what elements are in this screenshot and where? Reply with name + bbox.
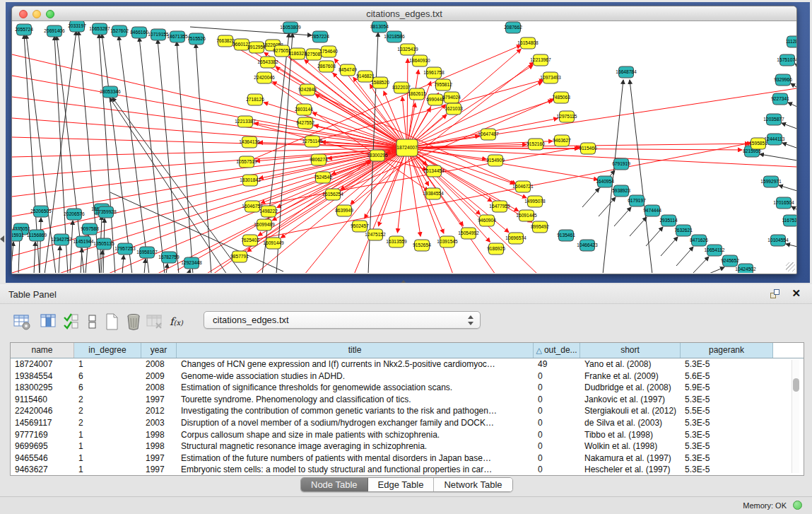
network-node[interactable]: 9806274: [310, 154, 328, 165]
table-cell[interactable]: 14569117: [11, 417, 74, 429]
network-node[interactable]: 1167533: [782, 215, 796, 226]
table-cell[interactable]: 2012: [141, 405, 177, 417]
network-node[interactable]: 16648784: [616, 66, 637, 78]
table-cell[interactable]: Corpus callosum shape and size in male p…: [177, 429, 534, 441]
table-body[interactable]: 1872400712008Changes of HCN gene express…: [11, 358, 804, 476]
table-cell[interactable]: Hescheler et al. (1997): [580, 464, 681, 476]
network-node[interactable]: 17016504: [773, 197, 794, 209]
network-node[interactable]: 10973493: [540, 72, 561, 83]
table-cell[interactable]: 2: [74, 394, 141, 406]
network-node[interactable]: 14995078: [524, 196, 546, 207]
table-cell[interactable]: Yano et al. (2008): [580, 358, 681, 370]
network-node[interactable]: 19218586: [384, 31, 405, 42]
network-node[interactable]: 9154909: [486, 155, 505, 166]
network-node[interactable]: 10719155: [148, 29, 169, 40]
network-window-titlebar[interactable]: citations_edges.txt: [12, 6, 796, 21]
table-cell[interactable]: 2: [74, 417, 141, 429]
table-cell[interactable]: 1: [74, 452, 141, 465]
network-node[interactable]: 12342757: [51, 234, 72, 245]
table-cell[interactable]: 22420046: [11, 405, 74, 417]
network-node[interactable]: 1595851: [749, 138, 767, 149]
network-node[interactable]: 15054992: [458, 228, 479, 239]
network-node[interactable]: 12751145: [302, 136, 323, 147]
network-node[interactable]: 9460904: [478, 215, 496, 226]
table-cell[interactable]: Wolkin et al. (1998): [580, 440, 681, 452]
network-node[interactable]: 16091449: [263, 238, 284, 249]
table-cell[interactable]: Disruption of a novel member of a sodium…: [177, 417, 534, 429]
table-row[interactable]: 1872400712008Changes of HCN gene express…: [11, 358, 773, 370]
tab-network-table[interactable]: Network Table: [434, 478, 512, 491]
table-cell[interactable]: 0: [534, 440, 580, 452]
network-node[interactable]: 1754640: [319, 46, 338, 57]
table-cell[interactable]: Embryonic stem cells: a model to study s…: [177, 464, 534, 476]
network-node[interactable]: 6794024: [442, 92, 461, 103]
network-node[interactable]: 9152654: [413, 240, 431, 251]
tab-node-table[interactable]: Node Table: [301, 478, 368, 491]
network-node[interactable]: 9186925: [487, 243, 505, 255]
network-node[interactable]: 15992971: [760, 176, 782, 187]
network-node[interactable]: 8995492: [531, 221, 549, 233]
table-cell[interactable]: 9699695: [11, 440, 74, 452]
network-view-window[interactable]: citations_edges.txt 20557242069140620331…: [11, 6, 797, 274]
network-node[interactable]: 9245652: [721, 255, 739, 267]
table-cell[interactable]: Tourette syndrome. Phenomenology and cla…: [177, 394, 534, 406]
table-cell[interactable]: 1997: [141, 464, 177, 476]
column-header-pagerank[interactable]: pagerank: [681, 343, 773, 358]
table-cell[interactable]: 5.3E-5: [681, 440, 773, 452]
network-node[interactable]: 16099489: [254, 219, 275, 230]
network-node[interactable]: 12444113: [765, 134, 785, 145]
network-node[interactable]: 10557519: [236, 156, 257, 168]
table-row[interactable]: 1830029562008Estimation of significance …: [11, 382, 773, 394]
network-node[interactable]: 11451944: [73, 236, 94, 247]
network-node[interactable]: 1527602: [110, 25, 129, 37]
table-settings-icon[interactable]: [13, 313, 31, 331]
network-node[interactable]: 2867608: [317, 61, 336, 72]
network-node[interactable]: 7955812: [434, 79, 452, 90]
table-row[interactable]: 911546021997Tourette syndrome. Phenomeno…: [11, 394, 773, 406]
tab-edge-table[interactable]: Edge Table: [368, 478, 435, 491]
network-node[interactable]: 2803144: [295, 104, 313, 115]
network-node[interactable]: 10466423: [577, 240, 598, 251]
table-cell[interactable]: 2008: [141, 382, 177, 394]
network-node[interactable]: 10653287: [89, 23, 110, 35]
select-columns-icon[interactable]: [62, 313, 81, 331]
vertical-scrollbar[interactable]: [792, 360, 799, 473]
network-node[interactable]: 16154808: [517, 37, 539, 49]
table-cell[interactable]: Investigating the contribution of common…: [177, 405, 534, 417]
table-cell[interactable]: Dudbridge et al. (2008): [580, 382, 681, 394]
network-node[interactable]: 17359928: [95, 206, 117, 218]
network-node[interactable]: 7485063: [552, 92, 570, 103]
table-cell[interactable]: Tibbo et al. (1998): [580, 429, 681, 441]
network-node[interactable]: 16477959: [489, 201, 510, 212]
network-node[interactable]: 7857224: [311, 31, 329, 42]
network-node[interactable]: 1621033: [445, 103, 463, 115]
network-node[interactable]: 18724007: [396, 139, 418, 156]
network-node[interactable]: 9329966: [774, 74, 792, 86]
network-node[interactable]: 16313559: [386, 236, 407, 247]
show-columns-icon[interactable]: [40, 313, 58, 331]
row-options-icon[interactable]: [83, 313, 102, 331]
network-node[interactable]: 12035877: [763, 114, 784, 125]
network-node[interactable]: 1498222: [259, 206, 278, 217]
table-cell[interactable]: 5.9E-5: [681, 382, 773, 394]
table-row[interactable]: 977716911998Corpus callosum shape and si…: [11, 429, 773, 441]
table-cell[interactable]: 2003: [141, 417, 177, 429]
table-cell[interactable]: 1: [74, 429, 141, 441]
network-node[interactable]: 16091445: [516, 210, 537, 221]
table-cell[interactable]: Genome-wide association studies in ADHD.: [177, 370, 534, 382]
table-cell[interactable]: 5.3E-5: [681, 452, 773, 465]
scrollbar-thumb[interactable]: [793, 378, 799, 392]
table-cell[interactable]: 0: [534, 370, 580, 382]
table-cell[interactable]: Nakamura et al. (1997): [580, 452, 681, 465]
network-node[interactable]: 17957253: [114, 243, 136, 255]
network-node[interactable]: 6179197: [628, 195, 646, 206]
network-node[interactable]: 9115460: [579, 143, 597, 154]
table-header-row[interactable]: namein_degreeyeartitle△ out_de...shortpa…: [11, 343, 804, 358]
network-node[interactable]: 9242848: [298, 84, 317, 95]
network-node[interactable]: 16053809: [280, 22, 301, 33]
table-cell[interactable]: 2009: [141, 370, 177, 382]
network-node[interactable]: 16046721: [512, 181, 534, 192]
network-node[interactable]: 18300295: [367, 150, 388, 161]
network-node[interactable]: 7632621: [674, 225, 693, 236]
network-node[interactable]: 28053346: [100, 86, 121, 98]
